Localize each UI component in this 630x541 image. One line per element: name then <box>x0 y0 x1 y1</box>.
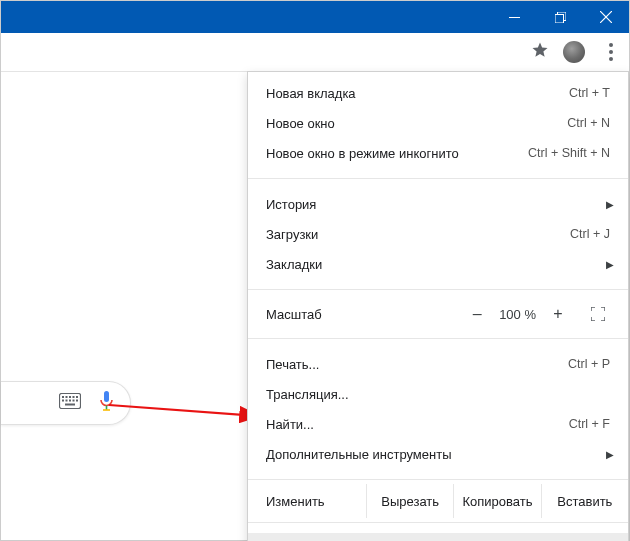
menu-separator <box>248 479 628 480</box>
edit-copy[interactable]: Копировать <box>453 484 540 518</box>
menu-edit-row: Изменить Вырезать Копировать Вставить <box>248 484 628 518</box>
menu-item-label: Масштаб <box>266 307 455 322</box>
menu-history[interactable]: История ▶ <box>248 189 628 219</box>
svg-point-6 <box>609 57 613 61</box>
chrome-main-menu: Новая вкладка Ctrl + T Новое окно Ctrl +… <box>247 71 629 541</box>
svg-line-23 <box>109 405 259 416</box>
search-bar-right-edge[interactable] <box>1 381 131 425</box>
menu-item-label: Печать... <box>266 357 568 372</box>
menu-item-shortcut: Ctrl + N <box>567 116 610 130</box>
zoom-in-button[interactable]: + <box>546 302 570 326</box>
edit-cut[interactable]: Вырезать <box>366 484 453 518</box>
menu-separator <box>248 522 628 523</box>
bookmark-star-icon[interactable] <box>531 41 549 63</box>
svg-rect-14 <box>66 400 68 402</box>
close-button[interactable] <box>583 1 629 33</box>
menu-item-label: История <box>266 197 610 212</box>
zoom-out-button[interactable]: – <box>465 302 489 326</box>
edit-label: Изменить <box>248 484 366 518</box>
menu-downloads[interactable]: Загрузки Ctrl + J <box>248 219 628 249</box>
window-titlebar <box>1 1 629 33</box>
menu-bookmarks[interactable]: Закладки ▶ <box>248 249 628 279</box>
menu-new-tab[interactable]: Новая вкладка Ctrl + T <box>248 78 628 108</box>
menu-cast[interactable]: Трансляция... <box>248 379 628 409</box>
menu-more-tools[interactable]: Дополнительные инструменты ▶ <box>248 439 628 469</box>
close-icon <box>600 11 612 23</box>
chevron-right-icon: ▶ <box>606 449 614 460</box>
keyboard-icon[interactable] <box>59 393 81 413</box>
menu-item-label: Новое окно в режиме инкогнито <box>266 146 528 161</box>
svg-rect-1 <box>555 14 564 23</box>
menu-item-label: Найти... <box>266 417 569 432</box>
menu-item-label: Новое окно <box>266 116 567 131</box>
svg-rect-16 <box>73 400 75 402</box>
svg-rect-12 <box>76 396 78 398</box>
menu-incognito[interactable]: Новое окно в режиме инкогнито Ctrl + Shi… <box>248 138 628 168</box>
menu-item-label: Новая вкладка <box>266 86 569 101</box>
app-window: Новая вкладка Ctrl + T Новое окно Ctrl +… <box>0 0 630 541</box>
svg-rect-18 <box>65 404 75 406</box>
chevron-right-icon: ▶ <box>606 259 614 270</box>
svg-rect-15 <box>69 400 71 402</box>
menu-item-shortcut: Ctrl + J <box>570 227 610 241</box>
svg-rect-11 <box>73 396 75 398</box>
menu-item-label: Трансляция... <box>266 387 610 402</box>
maximize-button[interactable] <box>537 1 583 33</box>
menu-item-label: Закладки <box>266 257 610 272</box>
menu-item-label: Загрузки <box>266 227 570 242</box>
edit-paste[interactable]: Вставить <box>541 484 628 518</box>
menu-separator <box>248 178 628 179</box>
fullscreen-button[interactable] <box>586 302 610 326</box>
menu-item-shortcut: Ctrl + T <box>569 86 610 100</box>
menu-item-shortcut: Ctrl + P <box>568 357 610 371</box>
menu-separator <box>248 338 628 339</box>
menu-button[interactable] <box>599 40 623 64</box>
fullscreen-icon <box>591 307 605 321</box>
svg-rect-8 <box>62 396 64 398</box>
browser-toolbar <box>1 33 629 72</box>
minimize-icon <box>509 12 520 23</box>
menu-item-label: Дополнительные инструменты <box>266 447 610 462</box>
svg-rect-10 <box>69 396 71 398</box>
menu-separator <box>248 289 628 290</box>
minimize-button[interactable] <box>491 1 537 33</box>
menu-zoom: Масштаб – 100 % + <box>248 294 628 334</box>
svg-rect-13 <box>62 400 64 402</box>
svg-rect-19 <box>104 391 109 402</box>
svg-point-5 <box>609 50 613 54</box>
zoom-value: 100 % <box>499 307 536 322</box>
svg-point-4 <box>609 43 613 47</box>
more-vertical-icon <box>609 43 613 61</box>
svg-rect-9 <box>66 396 68 398</box>
chevron-right-icon: ▶ <box>606 199 614 210</box>
microphone-icon[interactable] <box>99 390 114 416</box>
profile-avatar[interactable] <box>563 41 585 63</box>
menu-item-shortcut: Ctrl + Shift + N <box>528 146 610 160</box>
annotation-arrow <box>109 399 269 429</box>
menu-find[interactable]: Найти... Ctrl + F <box>248 409 628 439</box>
maximize-icon <box>555 12 566 23</box>
menu-new-window[interactable]: Новое окно Ctrl + N <box>248 108 628 138</box>
menu-item-shortcut: Ctrl + F <box>569 417 610 431</box>
svg-rect-17 <box>76 400 78 402</box>
menu-print[interactable]: Печать... Ctrl + P <box>248 349 628 379</box>
menu-settings[interactable]: Настройки <box>248 533 628 541</box>
